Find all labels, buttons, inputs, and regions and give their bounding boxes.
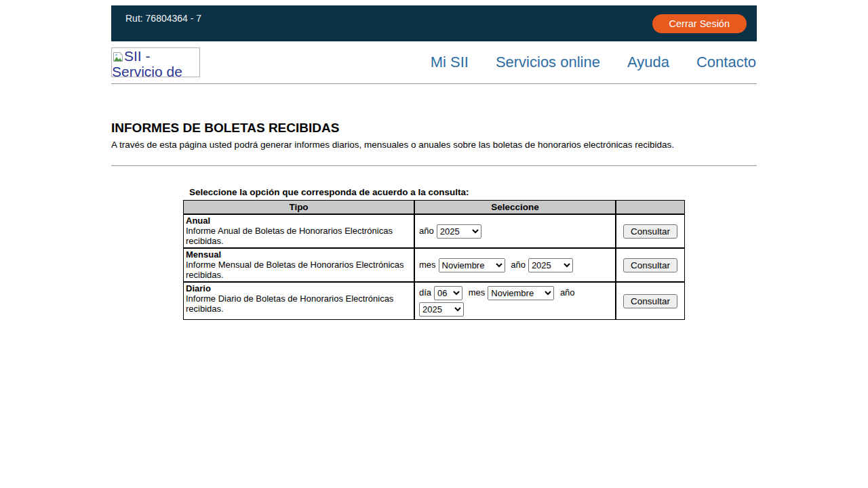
logout-button[interactable]: Cerrar Sesión [652,14,747,33]
mensual-year-label: año [511,260,526,270]
site-header: SII - Servicio de Mi SII Servicios onlin… [111,41,757,84]
table-row-anual: Anual Informe Anual de Boletas de Honora… [183,214,685,248]
row-desc-diario: Informe Diario de Boletas de Honorarios … [186,293,412,314]
page-container: Rut: 76804364 - 7 Cerrar Sesión SII - Se… [111,5,757,320]
sii-logo-broken-image[interactable]: SII - Servicio de [111,47,200,77]
header-accion [616,200,685,214]
mensual-month-select[interactable]: Noviembre [439,258,505,272]
diario-year-label: año [560,287,575,298]
page-description: A través de esta página usted podrá gene… [111,140,757,150]
nav-item-mi-sii[interactable]: Mi SII [431,54,469,71]
row-desc-anual: Informe Anual de Boletas de Honorarios E… [186,226,412,246]
mensual-month-label: mes [419,260,436,270]
table-caption: Seleccione la opción que corresponda de … [183,187,685,197]
diario-month-label: mes [469,287,486,298]
diario-day-label: día [419,287,431,298]
table-row-mensual: Mensual Informe Mensual de Boletas de Ho… [183,248,685,282]
nav-item-servicios-online[interactable]: Servicios online [496,54,600,71]
section-divider [111,165,757,166]
report-table: Tipo Seleccione Anual Informe Anual de B… [183,200,685,320]
diario-day-select[interactable]: 06 [434,286,462,300]
topbar: Rut: 76804364 - 7 Cerrar Sesión [111,5,757,41]
anual-year-label: año [419,226,434,236]
row-desc-mensual: Informe Mensual de Boletas de Honorarios… [186,260,412,280]
report-table-section: Seleccione la opción que corresponda de … [183,187,685,320]
mensual-year-select[interactable]: 2025 [528,258,573,272]
consultar-button-mensual[interactable]: Consultar [623,258,677,272]
rut-label: Rut: 76804364 - 7 [125,13,201,24]
row-type-mensual: Mensual [186,249,412,260]
page-title: INFORMES DE BOLETAS RECIBIDAS [111,121,757,136]
table-header-row: Tipo Seleccione [183,200,685,214]
header-seleccione: Seleccione [414,200,616,214]
header-tipo: Tipo [183,200,414,214]
nav-item-contacto[interactable]: Contacto [696,54,756,71]
diario-month-select[interactable]: Noviembre [488,286,554,300]
consultar-button-anual[interactable]: Consultar [623,224,677,239]
nav-item-ayuda[interactable]: Ayuda [627,54,669,71]
diario-year-select[interactable]: 2025 [419,302,464,317]
row-type-diario: Diario [186,283,412,293]
table-row-diario: Diario Informe Diario de Boletas de Hono… [183,282,685,320]
consultar-button-diario[interactable]: Consultar [623,294,677,308]
row-type-anual: Anual [186,216,412,226]
anual-year-select[interactable]: 2025 [437,224,481,239]
broken-image-icon [113,52,123,62]
main-nav: Mi SII Servicios online Ayuda Contacto [431,54,757,71]
